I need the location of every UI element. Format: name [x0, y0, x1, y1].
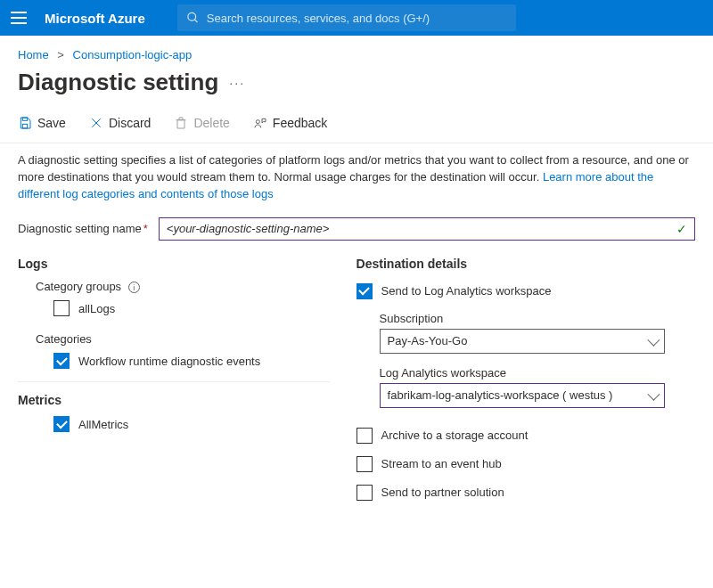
svg-line-1: [194, 20, 197, 22]
alllogs-checkbox[interactable]: [53, 300, 70, 316]
chevron-down-icon: [647, 388, 660, 400]
hamburger-menu-button[interactable]: [11, 9, 29, 27]
workspace-dropdown[interactable]: fabrikam-log-analytics-workspace ( westu…: [380, 383, 665, 408]
svg-point-6: [256, 120, 259, 124]
send-log-analytics-label: Send to Log Analytics workspace: [381, 284, 552, 298]
archive-storage-row: Archive to a storage account: [356, 428, 695, 444]
allmetrics-checkbox[interactable]: [53, 416, 70, 432]
setting-name-input[interactable]: [167, 222, 671, 235]
discard-button[interactable]: Discard: [86, 112, 154, 134]
allmetrics-label: AllMetrics: [78, 418, 128, 431]
category-groups-label: Category groups i: [36, 280, 330, 294]
search-input[interactable]: [207, 12, 507, 25]
global-search-box[interactable]: [177, 4, 516, 31]
delete-icon: [174, 116, 188, 130]
divider: [18, 381, 330, 382]
top-header-bar: Microsoft Azure: [0, 0, 713, 36]
partner-solution-label: Send to partner solution: [381, 486, 504, 499]
more-actions-button[interactable]: ···: [229, 76, 245, 90]
logs-heading: Logs: [18, 257, 330, 271]
setting-name-input-wrap[interactable]: ✓: [159, 217, 695, 241]
log-analytics-config: Subscription Pay-As-You-Go Log Analytics…: [380, 312, 695, 408]
workspace-value: fabrikam-log-analytics-workspace ( westu…: [388, 388, 613, 402]
workflow-runtime-row: Workflow runtime diagnostic events: [53, 353, 330, 369]
archive-storage-label: Archive to a storage account: [381, 429, 529, 442]
page-title: Diagnostic setting: [18, 69, 218, 96]
allmetrics-row: AllMetrics: [53, 416, 330, 432]
description-text: A diagnostic setting specifies a list of…: [0, 143, 713, 210]
feedback-icon: [253, 116, 267, 130]
breadcrumb-separator: >: [57, 48, 64, 61]
brand-label: Microsoft Azure: [45, 11, 145, 26]
delete-button: Delete: [170, 112, 233, 134]
send-log-analytics-row: Send to Log Analytics workspace: [356, 283, 695, 299]
categories-label: Categories: [36, 332, 330, 346]
discard-label: Discard: [109, 116, 151, 130]
setting-name-label: Diagnostic setting name*: [18, 222, 148, 235]
breadcrumb-home[interactable]: Home: [18, 48, 49, 61]
setting-name-row: Diagnostic setting name* ✓: [0, 210, 713, 251]
page-title-row: Diagnostic setting ···: [0, 65, 713, 109]
svg-rect-3: [22, 124, 27, 128]
save-button[interactable]: Save: [14, 112, 70, 134]
partner-solution-checkbox[interactable]: [356, 485, 373, 501]
alllogs-row: allLogs: [53, 300, 330, 316]
subscription-label: Subscription: [380, 312, 695, 325]
alllogs-label: allLogs: [78, 302, 115, 315]
subscription-dropdown[interactable]: Pay-As-You-Go: [380, 329, 665, 354]
chevron-down-icon: [647, 333, 660, 346]
subscription-value: Pay-As-You-Go: [388, 334, 468, 347]
breadcrumb-resource[interactable]: Consumption-logic-app: [73, 48, 193, 61]
info-icon[interactable]: i: [128, 282, 140, 293]
feedback-button[interactable]: Feedback: [250, 112, 331, 134]
archive-storage-checkbox[interactable]: [356, 428, 373, 444]
discard-icon: [89, 116, 103, 130]
delete-label: Delete: [193, 116, 229, 130]
partner-solution-row: Send to partner solution: [356, 485, 695, 501]
breadcrumb: Home > Consumption-logic-app: [0, 36, 713, 65]
send-log-analytics-checkbox[interactable]: [356, 283, 373, 299]
destination-column: Destination details Send to Log Analytic…: [356, 257, 695, 513]
save-label: Save: [37, 116, 66, 130]
search-icon: [186, 11, 200, 25]
save-icon: [18, 116, 32, 130]
workflow-runtime-checkbox[interactable]: [53, 353, 70, 369]
stream-eventhub-label: Stream to an event hub: [381, 457, 502, 470]
logs-metrics-column: Logs Category groups i allLogs Categorie…: [18, 257, 330, 513]
validation-check-icon: ✓: [676, 222, 687, 236]
svg-point-0: [188, 12, 196, 20]
main-columns: Logs Category groups i allLogs Categorie…: [0, 251, 713, 519]
destination-heading: Destination details: [356, 257, 695, 271]
workspace-label: Log Analytics workspace: [380, 366, 695, 380]
svg-rect-2: [22, 118, 27, 120]
metrics-heading: Metrics: [18, 393, 330, 407]
feedback-label: Feedback: [273, 116, 327, 130]
stream-eventhub-checkbox[interactable]: [356, 456, 373, 472]
stream-eventhub-row: Stream to an event hub: [356, 456, 695, 472]
command-toolbar: Save Discard Delete Feedback: [0, 109, 713, 143]
workflow-runtime-label: Workflow runtime diagnostic events: [78, 355, 260, 368]
